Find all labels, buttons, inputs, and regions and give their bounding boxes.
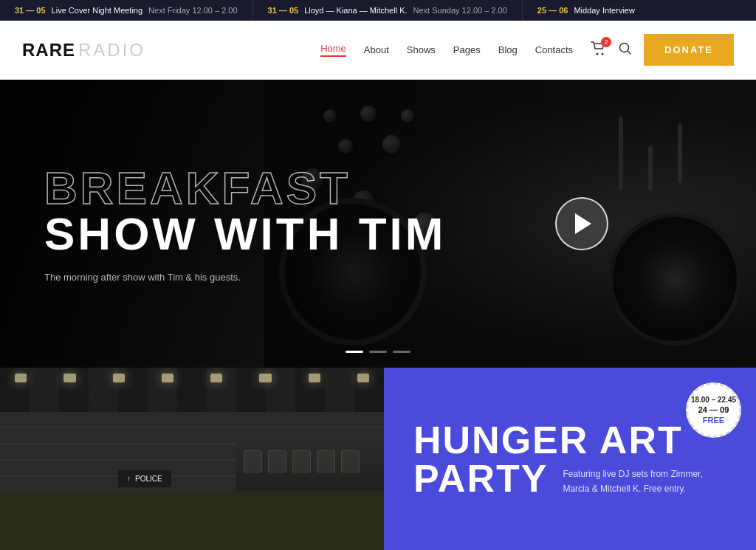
- dot-1[interactable]: [346, 351, 363, 353]
- nav-shows[interactable]: Shows: [407, 44, 436, 55]
- hero-content: BREAKFAST SHOW WITH TIM The morning afte…: [44, 165, 446, 283]
- bottom-section: ↑ POLICE 18.00 – 22.45 24 — 09 FREE HUNG…: [0, 368, 756, 550]
- train-window-3: [292, 450, 311, 472]
- nav-contacts[interactable]: Contacts: [535, 44, 573, 55]
- ticker-title-3: Midday Interview: [574, 6, 635, 15]
- donate-button[interactable]: DONATE: [644, 34, 734, 66]
- train-window-2: [268, 450, 286, 472]
- nav-pages[interactable]: Pages: [453, 44, 481, 55]
- subway-light-1: [15, 374, 27, 382]
- logo-rare: RARE: [22, 40, 75, 61]
- svg-point-1: [602, 52, 604, 55]
- subway-light-7: [309, 374, 320, 382]
- cart-button[interactable]: 2: [591, 41, 607, 59]
- train-window-4: [317, 450, 335, 472]
- subway-light-6: [259, 374, 271, 382]
- subway-sign-arrow: ↑: [127, 475, 131, 483]
- ticker-bar: 31 — 05 Live Cover Night Meeting Next Fr…: [0, 0, 756, 21]
- ticker-date-1: 31 — 05: [15, 6, 46, 15]
- event-title-line2: PARTY: [413, 459, 548, 498]
- ticker-item-3: 25 — 06 Midday Interview: [523, 0, 656, 21]
- train-window-1: [244, 450, 262, 472]
- train-windows: [236, 439, 384, 484]
- logo[interactable]: RARE RADIO: [22, 40, 145, 61]
- ticker-date-2: 31 — 05: [268, 6, 299, 15]
- hero-subtitle: The morning after show with Tim & his gu…: [44, 272, 446, 283]
- play-button[interactable]: [555, 197, 608, 250]
- hero-title-line1: BREAKFAST: [44, 165, 446, 211]
- header: RARE RADIO Home About Shows Pages Blog C…: [0, 21, 756, 80]
- ticker-time-2: Next Sunday 12.00 – 2.00: [413, 6, 507, 15]
- ticker-item-1: 31 — 05 Live Cover Night Meeting Next Fr…: [0, 0, 253, 21]
- badge-date: 24 — 09: [698, 405, 729, 415]
- ticker-time-1: Next Friday 12.00 – 2.00: [148, 6, 237, 15]
- event-title-row2: PARTY Featuring live DJ sets from Zimmer…: [413, 459, 726, 498]
- header-icons: 2: [591, 41, 632, 59]
- main-nav: Home About Shows Pages Blog Contacts: [320, 43, 573, 57]
- badge-time: 18.00 – 22.45: [691, 395, 736, 405]
- subway-image: ↑ POLICE: [0, 368, 384, 550]
- subway-sign-text: POLICE: [135, 475, 162, 483]
- ticker-date-3: 25 — 06: [537, 6, 568, 15]
- dot-2[interactable]: [369, 351, 387, 353]
- badge-free: FREE: [703, 415, 724, 425]
- ticker-title-2: Lloyd — Kiana — Mitchell K.: [304, 6, 407, 15]
- event-badge: 18.00 – 22.45 24 — 09 FREE: [686, 382, 741, 438]
- nav-home[interactable]: Home: [320, 43, 346, 57]
- play-icon: [575, 213, 591, 234]
- hero-title-line2: SHOW WITH TIM: [44, 211, 446, 257]
- search-button[interactable]: [619, 42, 632, 58]
- ticker-item-2: 31 — 05 Lloyd — Kiana — Mitchell K. Next…: [253, 0, 523, 21]
- subway-light-4: [162, 374, 173, 382]
- hero-section: BREAKFAST SHOW WITH TIM The morning afte…: [0, 80, 756, 368]
- logo-radio: RADIO: [78, 40, 145, 61]
- subway-sign: ↑ POLICE: [118, 470, 171, 487]
- subway-light-2: [63, 374, 75, 382]
- subway-lights: [0, 374, 384, 382]
- event-panel: 18.00 – 22.45 24 — 09 FREE HUNGER ART PA…: [384, 368, 756, 550]
- event-description: Featuring live DJ sets from Zimmer, Marc…: [563, 467, 726, 495]
- cart-badge: 2: [601, 37, 611, 47]
- nav-blog[interactable]: Blog: [498, 44, 518, 55]
- svg-point-0: [597, 52, 599, 55]
- nav-about[interactable]: About: [364, 44, 389, 55]
- ticker-title-1: Live Cover Night Meeting: [52, 6, 143, 15]
- dot-3[interactable]: [393, 351, 410, 353]
- event-title-line1: HUNGER ART: [413, 421, 726, 459]
- subway-light-3: [113, 374, 125, 382]
- subway-light-8: [357, 374, 369, 382]
- subway-light-5: [210, 374, 222, 382]
- train-window-5: [341, 450, 360, 472]
- slider-dots: [346, 351, 410, 353]
- subway-platform: [0, 491, 384, 550]
